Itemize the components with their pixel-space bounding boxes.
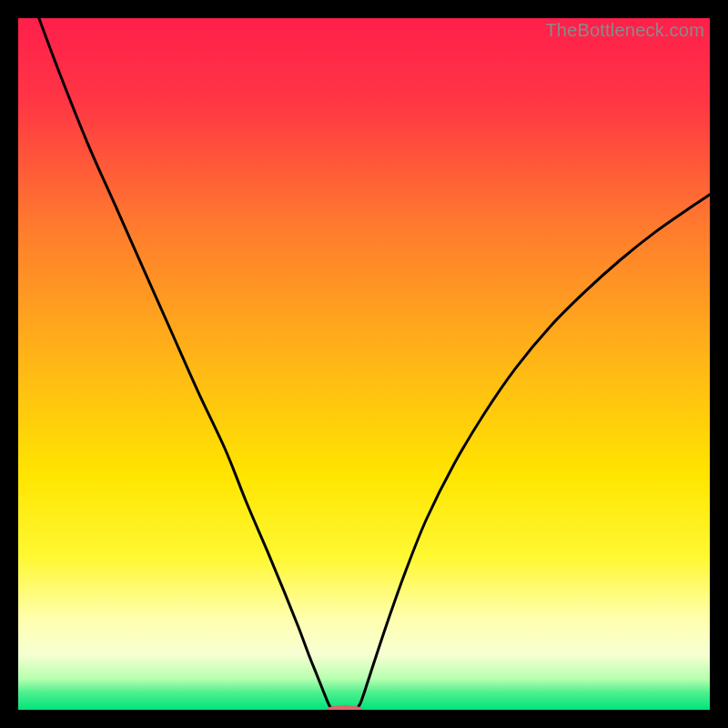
gradient-background [18,18,710,710]
chart-svg [18,18,710,710]
watermark-text: TheBottleneck.com [545,20,704,41]
chart-frame: TheBottleneck.com [18,18,710,710]
